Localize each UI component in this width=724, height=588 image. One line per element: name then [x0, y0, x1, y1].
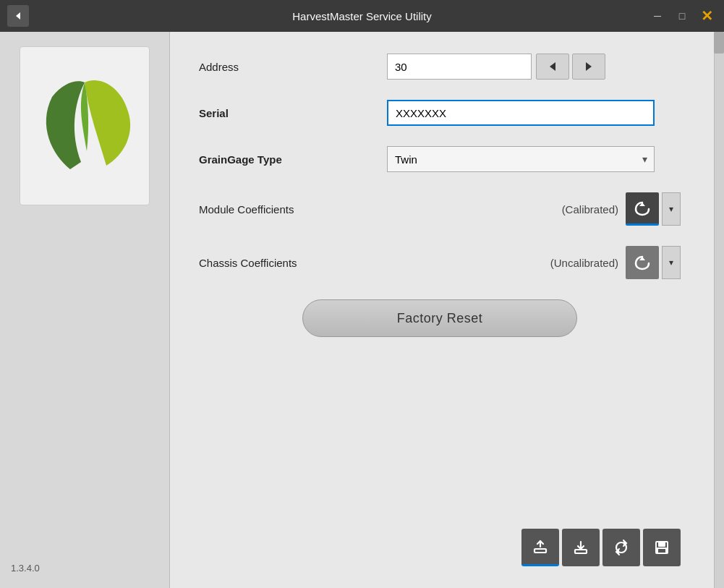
minimize-button[interactable]: ─: [647, 6, 668, 26]
chassis-coeff-controls: ▾: [626, 246, 681, 279]
module-coeff-action-button[interactable]: [626, 192, 659, 226]
title-bar-left: [7, 5, 29, 27]
address-row: Address: [199, 54, 681, 80]
graingage-type-select[interactable]: Twin Single Quad: [387, 146, 655, 172]
address-controls: [536, 54, 605, 80]
chassis-coeff-action-button[interactable]: [626, 246, 659, 279]
save-button[interactable]: [643, 529, 681, 566]
content-area: Address Serial GrainGage Type: [170, 32, 724, 588]
svg-marker-0: [16, 12, 20, 20]
maximize-button[interactable]: □: [672, 6, 692, 26]
graingage-type-row: GrainGage Type Twin Single Quad: [199, 146, 681, 172]
refresh-button[interactable]: [602, 529, 640, 566]
form-area: Address Serial GrainGage Type: [199, 54, 695, 529]
serial-row: Serial: [199, 100, 681, 126]
bottom-toolbar: [199, 529, 695, 574]
address-next-button[interactable]: [572, 54, 605, 80]
close-button[interactable]: ✕: [697, 6, 717, 26]
factory-reset-button[interactable]: Factory Reset: [302, 299, 577, 337]
chassis-coeff-status: (Uncalibrated): [387, 257, 626, 269]
chassis-coefficients-row: Chassis Coefficients (Uncalibrated) ▾: [199, 246, 681, 279]
svg-rect-10: [659, 542, 665, 546]
module-coefficients-row: Module Coefficients (Calibrated) ▾: [199, 192, 681, 226]
app-logo: [30, 61, 139, 191]
version-label: 1.3.4.0: [11, 563, 40, 574]
sidebar: 1.3.4.0: [0, 32, 170, 588]
svg-rect-5: [535, 549, 546, 553]
app-title: HarvestMaster Service Utility: [292, 10, 432, 22]
address-input[interactable]: [387, 54, 532, 80]
module-coeff-status: (Calibrated): [387, 203, 626, 216]
scroll-thumb[interactable]: [714, 32, 724, 54]
upload-button[interactable]: [521, 529, 559, 566]
logo-container: [20, 46, 150, 205]
svg-rect-11: [657, 548, 666, 553]
svg-marker-1: [550, 62, 555, 71]
chassis-coeff-label: Chassis Coefficients: [199, 257, 387, 269]
graingage-type-label: GrainGage Type: [199, 153, 387, 166]
svg-rect-7: [575, 550, 587, 553]
module-coeff-dropdown-button[interactable]: ▾: [662, 192, 681, 226]
main-layout: 1.3.4.0 Address: [0, 32, 724, 588]
window-controls: ─ □ ✕: [647, 6, 717, 26]
serial-input[interactable]: [387, 100, 655, 126]
scroll-track[interactable]: [714, 32, 724, 588]
module-coeff-controls: ▾: [626, 192, 681, 226]
download-button[interactable]: [562, 529, 600, 566]
address-prev-button[interactable]: [536, 54, 569, 80]
module-coeff-label: Module Coefficients: [199, 203, 387, 216]
address-label: Address: [199, 61, 387, 73]
serial-label: Serial: [199, 107, 387, 119]
factory-reset-row: Factory Reset: [199, 299, 681, 337]
chassis-coeff-dropdown-button[interactable]: ▾: [662, 246, 681, 279]
svg-marker-2: [586, 62, 592, 71]
back-button[interactable]: [7, 5, 29, 27]
graingage-type-select-wrapper: Twin Single Quad: [387, 146, 655, 172]
title-bar: HarvestMaster Service Utility ─ □ ✕: [0, 0, 724, 32]
